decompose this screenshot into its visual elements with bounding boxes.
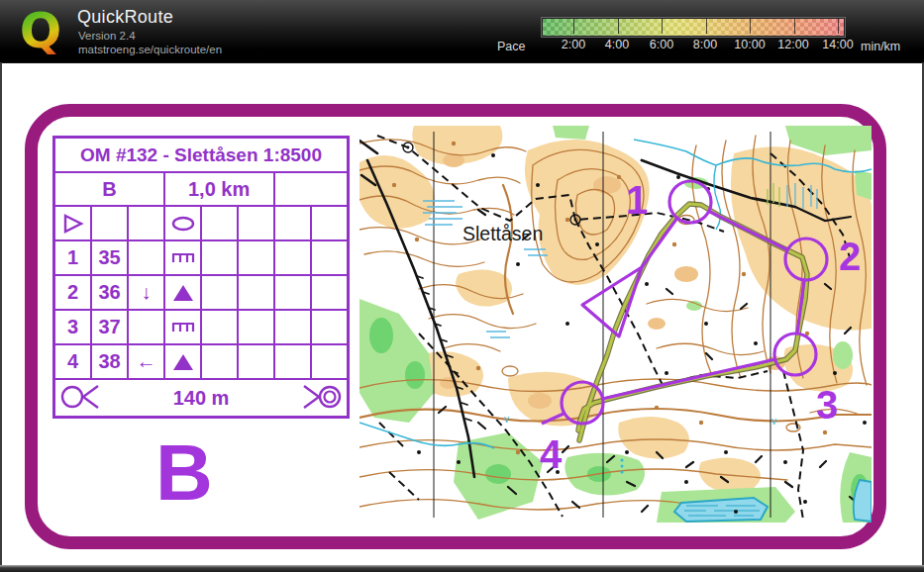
pace-tick-label: 6:00	[650, 38, 673, 51]
pace-tick-label: 14:00	[822, 38, 853, 51]
control-number: 2	[55, 276, 90, 309]
course-title: OM #132 - Slettåsen 1:8500	[55, 139, 347, 171]
window-edge	[0, 565, 924, 572]
boulder-icon	[172, 284, 194, 302]
course-climb	[273, 173, 348, 205]
place-label: Slettåsen	[462, 223, 543, 244]
quickroute-logo-icon: Q	[12, 2, 69, 59]
control-code: 36	[90, 276, 127, 309]
cliff-icon	[170, 322, 196, 334]
pace-tick	[706, 19, 707, 34]
pace-tick	[750, 19, 751, 34]
header-bar: Q QuickRoute Version 2.4 matstroeng.se/q…	[0, 0, 924, 63]
control-row-4: 4 38 ←	[55, 343, 347, 378]
finish-icon	[300, 383, 342, 411]
pace-tick	[618, 19, 619, 34]
pace-tick-label: 12:00	[777, 38, 808, 51]
pace-tick	[794, 19, 795, 34]
control-number-4: 4	[540, 432, 563, 476]
pace-tick	[662, 19, 663, 34]
pace-tick-label: 4:00	[605, 38, 629, 51]
course-letter: B	[155, 428, 213, 519]
course-name: B	[55, 173, 163, 205]
control-number: 1	[55, 241, 90, 274]
pace-tick-label: 2:00	[562, 38, 585, 51]
control-description-sheet: OM #132 - Slettåsen 1:8500 B 1,0 km	[52, 136, 350, 419]
oval-feature-icon	[170, 215, 196, 233]
finish-row: 140 m	[55, 378, 347, 416]
boulder-icon	[172, 353, 194, 371]
window-edge	[0, 62, 2, 572]
app-title: QuickRoute	[77, 7, 173, 28]
marsh-v-symbol: v	[504, 414, 509, 425]
course-length: 1,0 km	[163, 173, 273, 205]
app-url: matstroeng.se/quickroute/en	[78, 44, 222, 55]
control-number: 3	[55, 311, 90, 343]
pace-unit-label: min/km	[861, 40, 900, 53]
map-canvas[interactable]: v v Slettåsen	[359, 126, 872, 523]
cliff-icon	[170, 252, 196, 264]
down-arrow-icon: ↓	[127, 276, 163, 309]
control-number: 4	[55, 345, 90, 378]
control-row-1: 1 35	[55, 239, 347, 274]
pace-tick-label: 8:00	[693, 38, 717, 51]
control-row-3: 3 37	[55, 309, 347, 343]
control-row-start	[55, 205, 347, 239]
pace-label: Pace	[497, 40, 526, 53]
pace-gradient-legend	[542, 18, 845, 37]
control-code: 35	[90, 241, 127, 274]
pace-tick	[838, 19, 839, 34]
app-version: Version 2.4	[78, 30, 136, 42]
control-number-2: 2	[839, 235, 861, 278]
orienteering-map: v v Slettåsen	[359, 126, 872, 523]
control-row-2: 2 36 ↓	[55, 274, 347, 309]
finish-distance: 140 m	[173, 387, 230, 410]
taped-route-start-icon	[60, 383, 102, 411]
pace-tick	[573, 19, 574, 34]
pace-tick-label: 10:00	[734, 38, 765, 51]
control-code: 37	[90, 311, 127, 343]
control-number-1: 1	[626, 178, 648, 222]
pond	[674, 498, 768, 522]
quickroute-window: Q QuickRoute Version 2.4 matstroeng.se/q…	[0, 0, 924, 572]
marsh-v-symbol: v	[771, 416, 776, 427]
control-number-3: 3	[816, 383, 838, 427]
control-code: 38	[90, 345, 127, 378]
start-triangle-icon	[62, 214, 84, 234]
left-arrow-icon: ←	[127, 345, 163, 378]
